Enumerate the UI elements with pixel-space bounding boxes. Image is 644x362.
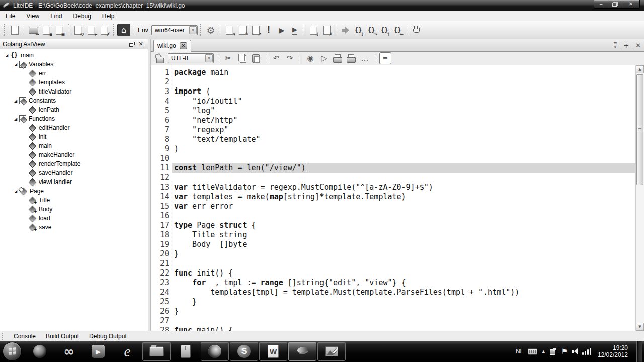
close-file-icon[interactable] [85, 24, 98, 37]
toolbar-drag-handle[interactable] [200, 24, 202, 36]
step-out-icon[interactable] [378, 24, 391, 37]
continue-icon[interactable] [339, 24, 352, 37]
menu-help[interactable]: Help [97, 12, 120, 21]
astview-item-makeHandler[interactable]: makeHandler [0, 150, 148, 159]
clock[interactable]: 19:20 12/02/2012 [598, 344, 628, 358]
step-over-icon[interactable] [365, 24, 378, 37]
print-selection-icon[interactable] [345, 52, 357, 64]
combo-arrow-icon[interactable]: ▾ [189, 26, 197, 34]
save-file-icon[interactable] [40, 24, 53, 37]
astview-item-load[interactable]: load [0, 214, 148, 223]
network-signal-icon[interactable] [582, 348, 591, 355]
undo-icon[interactable] [270, 52, 282, 64]
close-tab-icon[interactable]: ✕ [635, 42, 641, 49]
expander-icon[interactable]: ◢ [12, 99, 19, 103]
start-button[interactable] [3, 342, 22, 361]
save-all-icon[interactable] [53, 24, 66, 37]
astview-item-Variables[interactable]: ◢Variables [0, 60, 148, 69]
build-icon[interactable] [223, 24, 236, 37]
menu-find[interactable]: Find [45, 12, 67, 21]
menu-view[interactable]: View [21, 12, 45, 21]
network-globe-app[interactable] [26, 342, 54, 361]
restore-button[interactable] [608, 0, 622, 9]
tab-console[interactable]: Console [9, 333, 41, 340]
power-plug-icon[interactable] [549, 348, 556, 355]
toolbar-drag-handle[interactable] [113, 24, 115, 36]
step-into-icon[interactable] [352, 24, 365, 37]
astview-item-Title[interactable]: Title [0, 196, 148, 205]
menu-debug[interactable]: Debug [67, 12, 96, 21]
run-to-line-icon[interactable] [391, 24, 404, 37]
hidden-icons-arrow[interactable]: ▲ [542, 349, 545, 354]
expander-icon[interactable]: ◢ [12, 62, 19, 67]
code-text[interactable]: package mainimport ( "io/ioutil" "log" "… [172, 65, 635, 331]
scrollbar-thumb[interactable] [636, 74, 643, 185]
keyboard-layout-icon[interactable] [528, 348, 537, 355]
reload-file-icon[interactable] [71, 24, 85, 37]
env-select[interactable]: win64-user▾ [151, 25, 198, 35]
new-tab-icon[interactable]: + [623, 42, 629, 49]
astview-item-templates[interactable]: templates [0, 78, 148, 87]
paste-icon[interactable] [250, 52, 262, 64]
tab-close-icon[interactable]: ✕ [180, 42, 187, 49]
record-icon[interactable] [304, 52, 316, 64]
astview-item-viewHandler[interactable]: viewHandler [0, 177, 148, 187]
word-app[interactable] [259, 342, 287, 361]
firefox-app[interactable] [201, 342, 229, 361]
explorer-app[interactable] [142, 342, 171, 361]
scroll-down-icon[interactable]: ▼ [636, 323, 644, 331]
lock-icon[interactable] [154, 52, 166, 64]
redo-icon[interactable] [284, 52, 296, 64]
expander-icon[interactable]: ◢ [3, 53, 10, 58]
language-indicator[interactable]: NL [516, 348, 523, 355]
astview-item-Page[interactable]: ◢Page [0, 187, 148, 196]
tab-build-output[interactable]: Build Output [41, 333, 84, 340]
astview-item-lenPath[interactable]: lenPath [0, 105, 148, 114]
float-panel-button[interactable] [127, 40, 136, 48]
internet-explorer-app[interactable] [113, 342, 141, 361]
astview-item-save[interactable]: save [0, 223, 148, 232]
encoding-select[interactable]: UTF-8▾ [168, 53, 214, 63]
open-file-icon[interactable] [27, 24, 40, 37]
astview-item-titleValidator[interactable]: titleValidator [0, 87, 148, 96]
close-panel-button[interactable]: ✕ [136, 40, 145, 48]
media-player-app[interactable] [84, 342, 112, 361]
copy-icon[interactable] [236, 52, 248, 64]
combo-arrow-icon[interactable]: ▾ [205, 54, 213, 62]
calculator-app[interactable] [172, 342, 200, 361]
home-icon[interactable] [117, 24, 130, 36]
close-button[interactable]: ✕ [622, 0, 640, 9]
pause-hand-icon[interactable] [410, 24, 423, 37]
drag-handle[interactable] [2, 333, 5, 340]
astview-item-main[interactable]: main [0, 141, 148, 150]
minimize-button[interactable]: – [594, 0, 608, 9]
astview-item-init[interactable]: init [0, 132, 148, 141]
run-file-icon[interactable] [288, 24, 301, 37]
scroll-up-icon[interactable]: ▲ [636, 65, 644, 73]
code-editor[interactable]: 1234567891011121314151617181920212223242… [151, 65, 644, 331]
toolbar-drag-handle[interactable] [4, 24, 6, 36]
close-all-icon[interactable] [98, 24, 111, 37]
window-list-icon[interactable]: ≡▾ [613, 41, 617, 50]
options-gear-icon[interactable] [204, 24, 217, 37]
tab-wiki-go[interactable]: wiki.go ✕ [153, 40, 191, 52]
edit-list-icon[interactable] [379, 52, 391, 64]
paint-app[interactable] [317, 342, 346, 361]
astview-item-main[interactable]: ◢{}main [0, 51, 148, 60]
speaker-icon[interactable] [572, 348, 578, 354]
export-icon[interactable] [318, 52, 330, 64]
more-icon[interactable] [359, 52, 371, 64]
build-file-icon[interactable] [236, 24, 249, 37]
astview-item-Body[interactable]: Body [0, 205, 148, 214]
infinity-app[interactable] [55, 342, 83, 361]
new-file-icon[interactable] [8, 24, 21, 37]
vertical-scrollbar[interactable]: ▲ ▼ [635, 65, 644, 331]
install-icon[interactable] [249, 24, 262, 37]
scrollbar-track[interactable] [636, 73, 644, 323]
run-icon[interactable] [275, 24, 288, 37]
cut-icon[interactable] [222, 52, 234, 64]
astview-item-editHandler[interactable]: editHandler [0, 123, 148, 132]
skype-app[interactable] [230, 342, 258, 361]
show-desktop-button[interactable] [636, 341, 642, 362]
astview-item-Constants[interactable]: ◢Constants [0, 96, 148, 105]
